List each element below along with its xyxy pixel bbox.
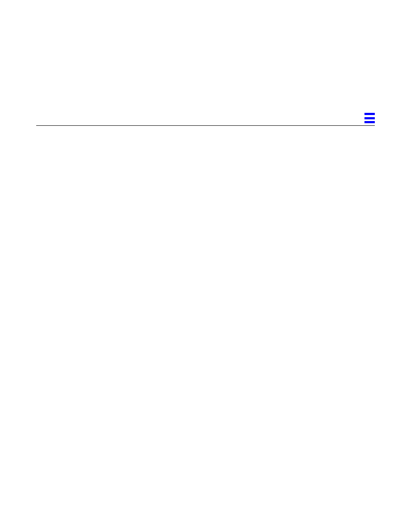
menu-bar-line	[364, 121, 375, 123]
section-divider	[36, 114, 375, 126]
hamburger-menu-icon[interactable]	[364, 113, 375, 123]
document-content	[36, 114, 375, 126]
menu-bar-line	[364, 113, 375, 115]
menu-bar-line	[364, 117, 375, 119]
